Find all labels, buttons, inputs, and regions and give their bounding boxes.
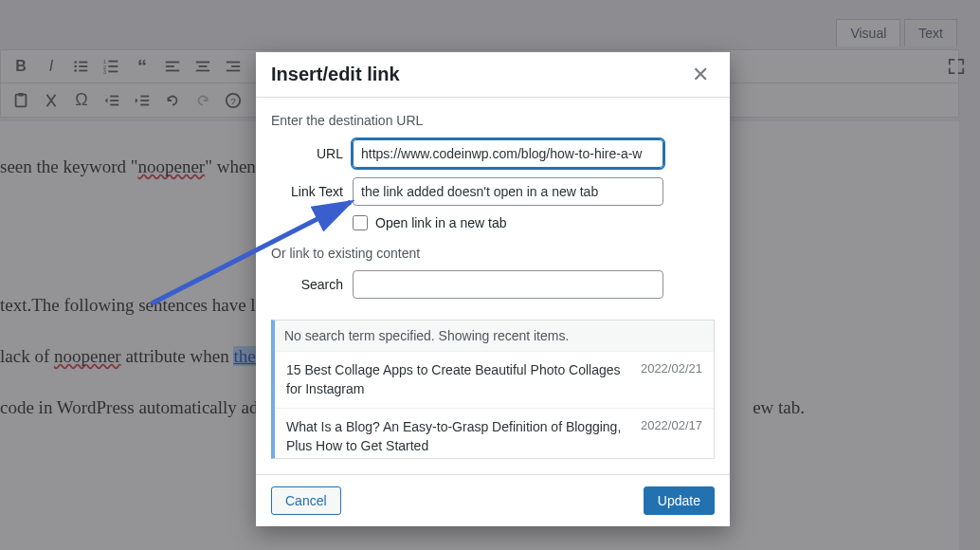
svg-rect-22 bbox=[18, 92, 23, 96]
open-new-tab-checkbox[interactable] bbox=[353, 215, 368, 230]
content-text: attribute when bbox=[121, 346, 234, 366]
close-button[interactable]: ✕ bbox=[686, 61, 715, 89]
svg-rect-18 bbox=[227, 62, 240, 64]
tab-visual[interactable]: Visual bbox=[836, 19, 900, 46]
indent-button[interactable] bbox=[128, 86, 156, 115]
svg-rect-21 bbox=[16, 94, 27, 106]
svg-rect-14 bbox=[166, 70, 179, 72]
redo-button[interactable] bbox=[189, 86, 217, 115]
cancel-button[interactable]: Cancel bbox=[271, 486, 341, 515]
result-date: 2022/02/21 bbox=[641, 361, 702, 398]
paste-button[interactable] bbox=[7, 86, 35, 115]
svg-rect-16 bbox=[199, 65, 208, 67]
editor-mode-tabs: Visual Text bbox=[836, 19, 957, 46]
content-text: noopener bbox=[137, 156, 205, 176]
content-text: code in WordPress automatically adjus bbox=[0, 397, 280, 417]
undo-button[interactable] bbox=[158, 86, 187, 115]
result-item[interactable]: 15 Best Collage Apps to Create Beautiful… bbox=[275, 351, 714, 408]
or-link-existing-label: Or link to existing content bbox=[271, 246, 715, 261]
url-input[interactable] bbox=[353, 139, 663, 168]
svg-rect-5 bbox=[79, 70, 87, 72]
modal-header: Insert/edit link ✕ bbox=[256, 52, 730, 98]
svg-rect-3 bbox=[79, 65, 87, 67]
help-button[interactable]: ? bbox=[219, 86, 247, 115]
svg-rect-28 bbox=[140, 103, 149, 105]
numbered-list-button[interactable]: 123 bbox=[98, 52, 126, 81]
align-right-button[interactable] bbox=[219, 52, 247, 81]
open-new-tab-label: Open link in a new tab bbox=[375, 215, 507, 230]
result-title: 15 Best Collage Apps to Create Beautiful… bbox=[286, 361, 631, 398]
special-char-button[interactable]: Ω bbox=[67, 86, 96, 115]
svg-rect-17 bbox=[196, 70, 209, 72]
svg-rect-19 bbox=[231, 65, 240, 67]
update-button[interactable]: Update bbox=[644, 486, 715, 515]
close-icon: ✕ bbox=[692, 63, 709, 87]
align-center-button[interactable] bbox=[189, 52, 217, 81]
svg-rect-1 bbox=[79, 62, 87, 64]
results-header: No search term specified. Showing recent… bbox=[275, 321, 714, 351]
svg-point-4 bbox=[74, 69, 77, 72]
result-item[interactable]: What Is a Blog? An Easy-to-Grasp Definit… bbox=[275, 408, 714, 459]
svg-rect-7 bbox=[108, 61, 118, 63]
modal-footer: Cancel Update bbox=[256, 474, 730, 526]
result-date: 2022/02/17 bbox=[641, 418, 702, 455]
svg-rect-23 bbox=[110, 95, 118, 97]
search-label: Search bbox=[271, 277, 343, 292]
svg-rect-13 bbox=[166, 65, 174, 67]
svg-rect-11 bbox=[108, 71, 118, 73]
distraction-free-button[interactable] bbox=[942, 52, 971, 81]
insert-link-modal: Insert/edit link ✕ Enter the destination… bbox=[256, 52, 730, 526]
linktext-input[interactable] bbox=[353, 177, 663, 206]
bullet-list-button[interactable] bbox=[67, 52, 96, 81]
modal-title: Insert/edit link bbox=[271, 64, 400, 85]
svg-rect-12 bbox=[166, 62, 179, 64]
content-text: text.The following sentences have links bbox=[0, 295, 285, 315]
content-text: seen the keyword " bbox=[0, 156, 137, 176]
search-results: No search term specified. Showing recent… bbox=[271, 320, 715, 459]
svg-rect-15 bbox=[196, 62, 209, 64]
blockquote-button[interactable]: “ bbox=[128, 52, 156, 81]
content-text: lack of bbox=[0, 346, 54, 366]
tab-text[interactable]: Text bbox=[904, 19, 957, 46]
outdent-button[interactable] bbox=[98, 86, 126, 115]
svg-point-0 bbox=[74, 61, 77, 64]
align-left-button[interactable] bbox=[158, 52, 187, 81]
svg-rect-27 bbox=[140, 100, 149, 101]
clear-formatting-button[interactable] bbox=[37, 86, 65, 115]
italic-button[interactable]: I bbox=[37, 52, 65, 81]
instruction-text: Enter the destination URL bbox=[271, 113, 715, 128]
svg-rect-9 bbox=[108, 65, 118, 67]
content-text: ew tab. bbox=[753, 397, 805, 417]
result-title: What Is a Blog? An Easy-to-Grasp Definit… bbox=[286, 418, 631, 455]
svg-text:3: 3 bbox=[103, 69, 106, 75]
linktext-label: Link Text bbox=[271, 184, 343, 199]
content-text: noopener bbox=[54, 346, 121, 366]
svg-rect-24 bbox=[110, 100, 118, 101]
svg-point-2 bbox=[74, 65, 77, 68]
svg-rect-20 bbox=[227, 70, 240, 72]
url-label: URL bbox=[271, 146, 343, 161]
svg-rect-26 bbox=[140, 95, 149, 97]
svg-text:?: ? bbox=[230, 95, 236, 105]
search-input[interactable] bbox=[353, 270, 663, 299]
bold-button[interactable]: B bbox=[7, 52, 35, 81]
svg-rect-25 bbox=[110, 103, 118, 105]
